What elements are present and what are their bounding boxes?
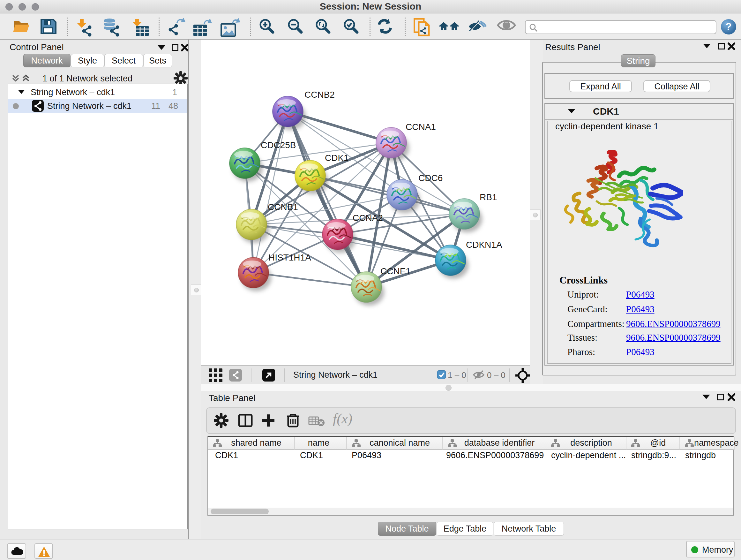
svg-text:CCNA2: CCNA2 [353, 213, 383, 223]
svg-text:CDK1: CDK1 [325, 153, 349, 163]
svg-text:CCNB1: CCNB1 [268, 202, 298, 212]
svg-text:CDKN1A: CDKN1A [466, 240, 502, 250]
svg-text:CCNB2: CCNB2 [305, 90, 335, 100]
svg-text:CCNE1: CCNE1 [381, 266, 411, 276]
svg-text:CDC25B: CDC25B [261, 140, 296, 150]
svg-text:HIST1H1A: HIST1H1A [268, 253, 311, 262]
svg-text:CDC6: CDC6 [418, 173, 443, 183]
svg-text:CCNA1: CCNA1 [406, 122, 436, 132]
svg-text:RB1: RB1 [480, 192, 497, 202]
